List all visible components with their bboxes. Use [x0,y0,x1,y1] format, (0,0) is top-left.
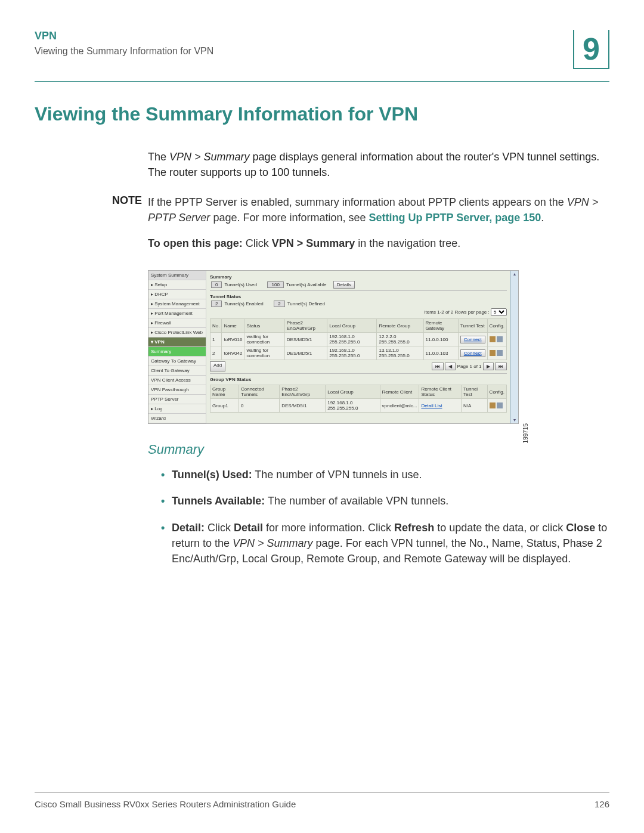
connect-button[interactable]: Connect [460,349,485,357]
note-tail: . [541,212,544,224]
summary-line: 0 Tunnel(s) Used 100 Tunnel(s) Available… [210,281,507,289]
footer-right: 126 [595,799,609,809]
col-header: Phase2 Enc/Auth/Grp [280,385,326,399]
col-header: Remote Gateway [423,319,458,333]
col-header: No. [210,319,222,333]
scroll-up-icon[interactable]: ▴ [513,271,516,277]
b3-refresh: Refresh [394,522,434,534]
col-header: Status [244,319,284,333]
open-path: VPN > Summary [272,237,355,249]
nav-item[interactable]: ▸ Firewall [148,318,206,328]
footer-left: Cisco Small Business RV0xx Series Router… [35,799,296,809]
nav-item[interactable]: ▸ Cisco ProtectLink Web [148,328,206,337]
chapter-number: 9 [573,30,609,69]
col-header: Remote Client Status [419,385,462,399]
col-header: Remote Group [377,319,423,333]
table-row: 2toRV042waiting for connectionDES/MD5/11… [210,346,507,360]
delete-icon[interactable] [497,336,503,342]
tunnel-status-title: Tunnel Status [210,293,507,301]
note-block: NOTE If the PPTP Server is enabled, summ… [35,194,609,225]
open-lead: To open this page: [148,237,243,249]
b3-mid1: for more information. Click [263,522,394,534]
b3-mid2: to update the data, or click [434,522,566,534]
intro-pre: The [148,151,169,163]
page-footer: Cisco Small Business RV0xx Series Router… [35,792,609,809]
col-header: Config. [487,385,506,399]
nav-item[interactable]: Client To Gateway [148,366,206,376]
summary-title: Summary [210,273,507,281]
last-page-icon[interactable]: ⏭ [495,363,507,370]
avail-value: 100 [267,281,283,288]
nav-item[interactable]: ▸ Port Management [148,309,206,318]
group-vpn-table: Group NameConnected TunnelsPhase2 Enc/Au… [210,385,507,413]
rows-select[interactable]: 5 [491,308,507,316]
col-header: Tunnel Test [461,385,487,399]
main-panel: Summary 0 Tunnel(s) Used 100 Tunnel(s) A… [206,271,510,423]
open-post: in the navigation tree. [355,237,460,249]
col-header: Local Group [326,385,380,399]
b1-lead: Tunnel(s) Used: [172,469,252,481]
col-header: Phase2 Enc/Auth/Grp [284,319,327,333]
note-link[interactable]: Setting Up PPTP Server, page 150 [369,212,541,224]
edit-icon[interactable] [490,350,496,356]
edit-icon[interactable] [490,402,496,408]
paging-controls[interactable]: ⏮ ◀ Page 1 of 1 ▶ ⏭ [432,361,507,371]
b1-text: The number of VPN tunnels in use. [252,469,422,481]
nav-item[interactable]: Wizard [148,414,206,423]
col-header: Config. [487,319,506,333]
defined-label: Tunnel(s) Defined [287,301,325,306]
edit-icon[interactable] [490,336,496,342]
col-header: Name [222,319,244,333]
screenshot: System Summary▸ Setup▸ DHCP▸ System Mana… [148,270,609,424]
header-rule [35,81,609,82]
divider [210,373,507,374]
nav-item[interactable]: ▸ System Management [148,299,206,309]
note-post: page. For more information, see [210,212,369,224]
group-vpn-title: Group VPN Status [210,376,507,383]
nav-item[interactable]: VPN Client Access [148,376,206,385]
scroll-down-icon[interactable]: ▾ [513,417,516,423]
details-button[interactable]: Details [333,281,355,289]
nav-item[interactable]: ▸ Log [148,404,206,414]
first-page-icon[interactable]: ⏮ [432,363,444,370]
b3-detail: Detail [234,522,263,534]
nav-item[interactable]: ▸ DHCP [148,290,206,299]
page-title: Viewing the Summary Information for VPN [35,103,609,125]
b2-lead: Tunnels Available: [172,495,265,507]
nav-item[interactable]: ▾ VPN [148,337,206,347]
next-page-icon[interactable]: ▶ [483,363,494,370]
delete-icon[interactable] [497,350,503,356]
paging-label: Page 1 of 1 [457,364,482,369]
tunnel-status-line: 2 Tunnel(s) Enabled 2 Tunnel(s) Defined [210,301,507,307]
connect-button[interactable]: Connect [460,336,485,343]
intro-path: VPN > Summary [169,151,250,163]
col-header: Local Group [327,319,377,333]
nav-item[interactable]: Summary [148,347,206,357]
page-header: VPN Viewing the Summary Information for … [35,30,609,69]
rows-per-page: Items 1-2 of 2 Rows per page : 5 [210,307,507,317]
nav-item[interactable]: VPN Passthrough [148,385,206,395]
table-row: 1toRV016waiting for connectionDES/MD5/11… [210,333,507,346]
section-subtitle: Viewing the Summary Information for VPN [35,46,213,57]
b3-path: VPN > Summary [233,537,313,549]
delete-icon[interactable] [497,402,503,408]
tunnel-table: No.NameStatusPhase2 Enc/Auth/GrpLocal Gr… [210,318,507,360]
prev-page-icon[interactable]: ◀ [445,363,456,370]
enabled-label: Tunnel(s) Enabled [225,301,264,306]
nav-item[interactable]: System Summary [148,271,206,280]
summary-heading: Summary [148,442,609,457]
scrollbar[interactable]: ▴ ▾ [510,271,518,423]
header-left: VPN Viewing the Summary Information for … [35,30,213,57]
bullet-2: Tunnels Available: The number of availab… [161,493,609,509]
nav-item[interactable]: PPTP Server [148,395,206,404]
screenshot-id: 199715 [522,423,529,443]
avail-label: Tunnel(s) Available [286,282,327,287]
detail-list-link[interactable]: Detail List [421,403,442,408]
col-header: Tunnel Test [458,319,487,333]
nav-item[interactable]: ▸ Setup [148,280,206,290]
note-pre: If the PPTP Server is enabled, summary i… [148,196,567,208]
note-label: NOTE [35,194,148,225]
bullet-3: Detail: Click Detail for more informatio… [161,520,609,566]
add-button[interactable]: Add [210,361,225,371]
nav-item[interactable]: Gateway To Gateway [148,357,206,366]
